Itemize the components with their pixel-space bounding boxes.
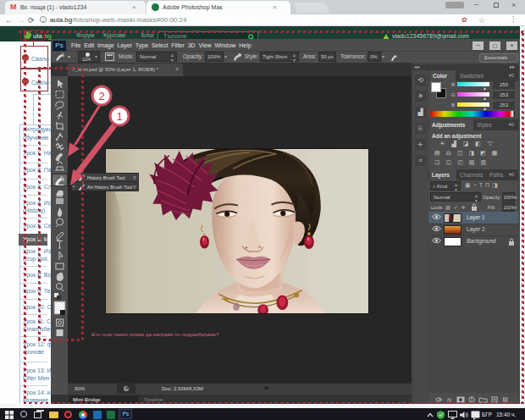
svg-text:2: 2 <box>98 90 104 102</box>
svg-text:1: 1 <box>116 110 122 123</box>
